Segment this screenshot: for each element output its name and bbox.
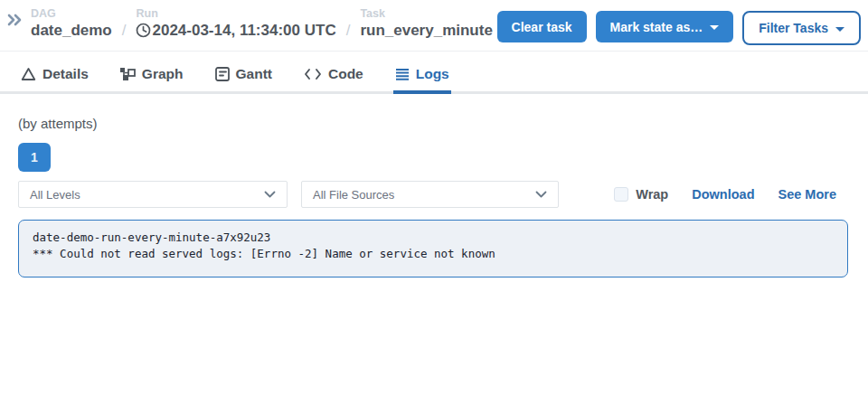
log-level-select[interactable]: All Levels	[18, 181, 288, 208]
tab-gantt[interactable]: Gantt	[213, 62, 274, 94]
tab-details[interactable]: Details	[19, 62, 90, 94]
dag-name[interactable]: date_demo	[31, 20, 112, 41]
clear-task-label: Clear task	[512, 20, 572, 34]
breadcrumb: DAG date_demo / Run 2024-03-14, 11:34:00…	[31, 7, 493, 41]
caret-down-icon	[835, 27, 844, 32]
run-timestamp: 2024-03-14, 11:34:00 UTC	[152, 20, 335, 41]
filter-tasks-label: Filter Tasks	[759, 21, 828, 35]
breadcrumb-separator: /	[121, 20, 127, 41]
chevron-down-icon	[264, 191, 276, 198]
tab-gantt-label: Gantt	[236, 66, 272, 82]
log-line: date-demo-run-every-minute-a7x92u23	[33, 230, 270, 244]
header: DAG date_demo / Run 2024-03-14, 11:34:00…	[0, 0, 868, 52]
wrap-toggle[interactable]: Wrap	[614, 187, 668, 202]
breadcrumb-separator: /	[345, 20, 352, 41]
logs-panel: (by attempts) 1 All Levels All File Sour…	[0, 94, 868, 277]
run-label: Run	[136, 7, 335, 20]
filter-tasks-button[interactable]: Filter Tasks	[742, 11, 861, 45]
attempt-1-button[interactable]: 1	[18, 143, 51, 172]
mark-state-button[interactable]: Mark state as…	[596, 11, 734, 42]
log-toolbar: Wrap Download See More	[614, 187, 836, 202]
by-attempts-label: (by attempts)	[18, 116, 848, 131]
file-source-select[interactable]: All File Sources	[301, 181, 559, 208]
task-label: Task	[360, 7, 492, 20]
breadcrumb-dag: DAG date_demo	[31, 7, 112, 41]
log-text: date-demo-run-every-minute-a7x92u23 *** …	[33, 230, 834, 262]
wrap-checkbox[interactable]	[614, 187, 628, 202]
run-value[interactable]: 2024-03-14, 11:34:00 UTC	[136, 20, 335, 41]
log-level-value: All Levels	[30, 188, 80, 202]
log-filter-row: All Levels All File Sources Wrap Downloa…	[18, 181, 848, 208]
code-brackets-icon	[304, 68, 322, 80]
dag-label: DAG	[31, 7, 112, 20]
breadcrumb-task: Task run_every_minute	[360, 7, 492, 41]
tab-code-label: Code	[328, 66, 363, 82]
airflow-task-instance-page: DAG date_demo / Run 2024-03-14, 11:34:00…	[0, 0, 868, 395]
clear-task-button[interactable]: Clear task	[497, 11, 587, 42]
clock-icon	[136, 23, 151, 38]
graph-nodes-icon	[120, 67, 136, 81]
tab-logs-label: Logs	[416, 66, 449, 82]
chevrons-right-icon[interactable]	[5, 11, 24, 29]
tab-graph[interactable]: Graph	[118, 62, 185, 94]
caret-down-icon	[710, 25, 719, 30]
see-more-link[interactable]: See More	[778, 187, 836, 202]
warning-triangle-icon	[21, 67, 36, 81]
file-source-value: All File Sources	[313, 188, 394, 202]
log-output-box[interactable]: date-demo-run-every-minute-a7x92u23 *** …	[18, 220, 848, 277]
header-actions: Clear task Mark state as… Filter Tasks	[497, 7, 861, 45]
gantt-chart-icon	[215, 67, 230, 81]
tab-details-label: Details	[42, 66, 89, 82]
breadcrumb-run: Run 2024-03-14, 11:34:00 UTC	[136, 7, 335, 41]
log-line: *** Could not read served logs: [Errno -…	[33, 247, 495, 260]
mark-state-label: Mark state as…	[610, 20, 703, 34]
download-link[interactable]: Download	[692, 187, 754, 202]
tab-code[interactable]: Code	[302, 62, 365, 94]
chevron-down-icon	[535, 191, 547, 198]
task-name[interactable]: run_every_minute	[360, 20, 492, 41]
log-lines-icon	[395, 68, 410, 80]
tab-bar: Details Graph Gantt	[0, 52, 868, 94]
wrap-label: Wrap	[636, 187, 668, 202]
tab-graph-label: Graph	[142, 66, 184, 82]
tab-logs[interactable]: Logs	[393, 62, 451, 94]
